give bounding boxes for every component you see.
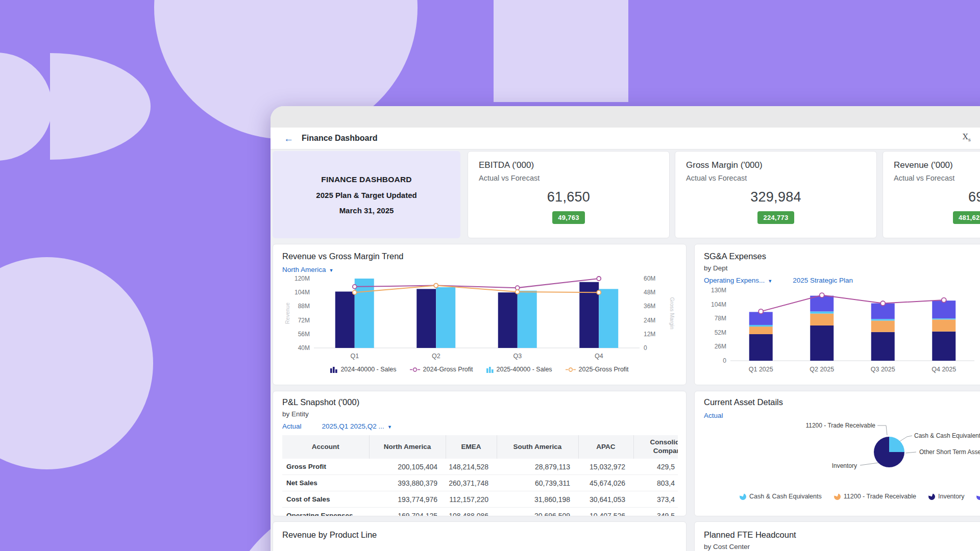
legend-item[interactable]: 11200 - Trade Receivable bbox=[834, 493, 916, 500]
page-title: Finance Dashboard bbox=[302, 134, 377, 143]
legend-item[interactable]: Cash & Cash Equivalents bbox=[740, 493, 822, 500]
svg-text:Q3 2025: Q3 2025 bbox=[871, 366, 895, 373]
account-cell: Gross Profit bbox=[282, 459, 369, 475]
svg-text:88M: 88M bbox=[298, 303, 310, 310]
svg-text:Gross Margin: Gross Margin bbox=[669, 297, 675, 329]
legend-label: 2024-Gross Profit bbox=[423, 366, 473, 373]
value-cell: 45,674,026 bbox=[578, 475, 633, 491]
value-cell: 31,860,198 bbox=[497, 491, 578, 508]
account-cell: Operating Expenses bbox=[282, 508, 369, 517]
value-cell: 28,879,113 bbox=[497, 459, 578, 475]
table-row: Cost of Sales193,774,976112,157,22031,86… bbox=[282, 491, 678, 508]
bg-circle-bottom-left bbox=[0, 257, 153, 469]
revenue-gross-margin-chart: 40M56M72M88M104M120M012M24M36M48M60MQ1Q2… bbox=[282, 273, 678, 363]
kpi-subtitle: Actual vs Forecast bbox=[686, 174, 866, 182]
svg-text:Q1 2025: Q1 2025 bbox=[749, 366, 773, 373]
value-cell: 60,739,311 bbox=[497, 475, 578, 491]
svg-text:26M: 26M bbox=[715, 343, 726, 350]
kpi-card-gross-margin: Gross Margin ('000) Actual vs Forecast 3… bbox=[675, 151, 877, 238]
svg-text:104M: 104M bbox=[295, 289, 310, 296]
legend-item[interactable]: Inventory bbox=[928, 493, 964, 500]
svg-text:104M: 104M bbox=[711, 301, 726, 308]
chart-title: Planned FTE Headcount bbox=[704, 530, 980, 540]
legend-item[interactable]: 2024-40000 - Sales bbox=[330, 366, 396, 373]
kpi-title: EBITDA ('000) bbox=[479, 160, 658, 170]
chart-title: Revenue vs Gross Margin Trend bbox=[282, 252, 677, 261]
line-series-icon bbox=[410, 366, 420, 373]
bg-halfcircle-left bbox=[0, 53, 52, 161]
kpi-variance-badge: 224,773 bbox=[757, 211, 794, 224]
svg-text:Q2 2025: Q2 2025 bbox=[810, 366, 834, 373]
kpi-title: Revenue ('000) bbox=[894, 160, 980, 170]
value-cell: 148,214,528 bbox=[446, 459, 497, 475]
kpi-variance-badge: 481,628 bbox=[953, 211, 980, 224]
value-cell: 803,4 bbox=[633, 475, 678, 491]
svg-text:40M: 40M bbox=[298, 344, 310, 352]
column-header: APAC bbox=[578, 435, 633, 459]
value-cell: 169,704,125 bbox=[369, 508, 446, 517]
pie-series-icon bbox=[834, 493, 841, 500]
svg-text:Revenue: Revenue bbox=[284, 303, 290, 324]
legend-label: 2025-40000 - Sales bbox=[497, 366, 552, 373]
table-row: Operating Expenses169,704,125108,488,086… bbox=[282, 508, 678, 517]
current-assets-card: Current Asset Details Actual 11200 - Tra… bbox=[694, 391, 980, 516]
svg-text:36M: 36M bbox=[644, 303, 655, 310]
value-cell: 260,371,748 bbox=[446, 475, 497, 491]
sga-expenses-card: SG&A Expenses by Dept Operating Expens..… bbox=[694, 244, 980, 385]
back-button[interactable]: ← bbox=[284, 134, 293, 143]
value-cell: 193,774,976 bbox=[369, 491, 446, 508]
column-header: EMEA bbox=[446, 435, 497, 459]
legend-item[interactable]: Othe bbox=[976, 493, 980, 500]
svg-text:Other Short Term Assets: Other Short Term Assets bbox=[919, 448, 980, 456]
revenue-by-product-line-card: Revenue by Product Line bbox=[273, 521, 687, 551]
chevron-down-icon: ▼ bbox=[329, 268, 334, 273]
info-line-2: 2025 Plan & Target Updated bbox=[316, 191, 416, 199]
period-filter-dropdown[interactable]: 2025,Q1 2025,Q2 ...▼ bbox=[322, 422, 392, 430]
region-filter-dropdown[interactable]: North America▼ bbox=[282, 266, 333, 273]
svg-text:60M: 60M bbox=[644, 275, 655, 282]
chevron-down-icon: ▼ bbox=[387, 424, 392, 430]
chart-title: P&L Snapshot ('000) bbox=[282, 397, 677, 407]
scenario-filter[interactable]: Actual bbox=[704, 412, 723, 419]
svg-text:0: 0 bbox=[723, 357, 726, 364]
column-header: Account bbox=[282, 435, 369, 459]
value-cell: 30,641,053 bbox=[578, 491, 633, 508]
chart-title: Revenue by Product Line bbox=[282, 530, 677, 540]
pie-series-icon bbox=[740, 493, 746, 500]
svg-text:120M: 120M bbox=[295, 275, 310, 282]
legend-item[interactable]: 2025-Gross Profit bbox=[566, 366, 629, 373]
value-cell: 373,4 bbox=[633, 491, 678, 508]
planned-fte-headcount-card: Planned FTE Headcount by Cost Center bbox=[694, 521, 980, 551]
svg-text:72M: 72M bbox=[298, 317, 310, 324]
bar-series-icon bbox=[330, 366, 337, 373]
svg-text:Q2: Q2 bbox=[432, 353, 440, 360]
kpi-value: 61,650 bbox=[479, 189, 658, 205]
svg-text:12M: 12M bbox=[644, 331, 655, 338]
account-filter-dropdown[interactable]: Operating Expens...▼ bbox=[704, 277, 772, 284]
value-cell: 200,105,404 bbox=[369, 459, 446, 475]
pnl-snapshot-card: P&L Snapshot ('000) by Entity Actual 202… bbox=[273, 391, 687, 516]
chart-title: SG&A Expenses bbox=[704, 252, 980, 261]
chart-subtitle: by Dept bbox=[704, 264, 980, 272]
value-cell: 108,488,086 bbox=[446, 508, 497, 517]
value-cell: 349,5 bbox=[633, 508, 678, 517]
svg-text:24M: 24M bbox=[644, 317, 655, 324]
revenue-gross-margin-card: Revenue vs Gross Margin Trend North Amer… bbox=[273, 244, 687, 385]
legend-label: 11200 - Trade Receivable bbox=[844, 493, 916, 500]
info-line-1: FINANCE DASHBOARD bbox=[321, 175, 411, 184]
legend-item[interactable]: 2024-Gross Profit bbox=[410, 366, 473, 373]
legend-item[interactable]: 2025-40000 - Sales bbox=[486, 366, 552, 373]
kpi-subtitle: Actual vs Forecast bbox=[894, 174, 980, 182]
kpi-title: Gross Margin ('000) bbox=[686, 160, 866, 170]
svg-text:130M: 130M bbox=[711, 287, 726, 294]
pie-series-icon bbox=[976, 493, 980, 500]
bar-series-icon bbox=[486, 366, 494, 373]
legend-label: Cash & Cash Equivalents bbox=[749, 493, 822, 500]
pnl-table-container: AccountNorth AmericaEMEASouth AmericaAPA… bbox=[282, 435, 678, 516]
scenario-filter[interactable]: Actual bbox=[282, 422, 302, 430]
value-cell: 112,157,220 bbox=[446, 491, 497, 508]
scenario-filter[interactable]: 2025 Strategic Plan bbox=[793, 277, 853, 284]
kpi-card-ebitda: EBITDA ('000) Actual vs Forecast 61,650 … bbox=[468, 151, 670, 238]
window-chrome bbox=[271, 106, 980, 128]
svg-text:56M: 56M bbox=[298, 331, 310, 338]
